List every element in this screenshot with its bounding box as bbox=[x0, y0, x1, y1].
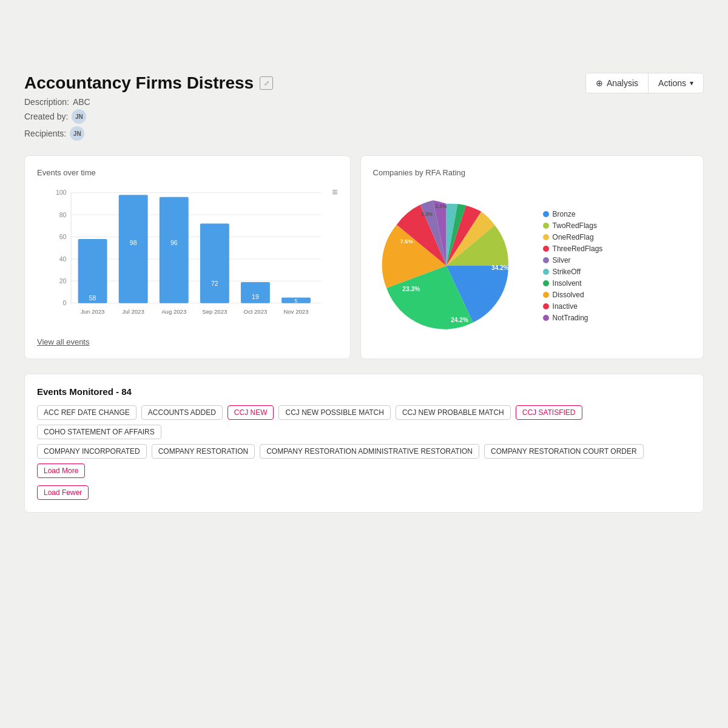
tag-company-restoration-admin[interactable]: COMPANY RESTORATION ADMINISTRATIVE RESTO… bbox=[260, 444, 479, 459]
svg-text:96: 96 bbox=[170, 239, 178, 246]
bar-chart-svg: 100 80 60 40 20 0 bbox=[37, 187, 338, 326]
bar-jun bbox=[78, 239, 107, 303]
svg-text:Aug 2023: Aug 2023 bbox=[161, 308, 186, 315]
svg-text:24.2%: 24.2% bbox=[451, 317, 468, 323]
legend-silver: Silver bbox=[543, 256, 603, 265]
svg-text:20: 20 bbox=[59, 277, 67, 285]
pie-chart-title: Companies by RFA Rating bbox=[373, 168, 691, 177]
events-tags-row-2: COMPANY INCORPORATED COMPANY RESTORATION… bbox=[37, 444, 691, 478]
svg-text:Oct 2023: Oct 2023 bbox=[243, 308, 267, 315]
svg-text:3.3%: 3.3% bbox=[421, 211, 433, 217]
expand-icon[interactable]: ⤢ bbox=[260, 76, 273, 90]
svg-text:100: 100 bbox=[56, 189, 67, 196]
pie-chart-svg: 34.2% 24.2% 23.3% 7.5% 3.3% 3.3% bbox=[373, 187, 531, 345]
tag-acc-ref-date-change[interactable]: ACC REF DATE CHANGE bbox=[37, 405, 136, 420]
svg-text:58: 58 bbox=[89, 294, 96, 302]
tag-ccj-new-probable-match[interactable]: CCJ NEW PROBABLE MATCH bbox=[396, 405, 511, 420]
bar-chart-menu-icon[interactable]: ≡ bbox=[332, 187, 337, 198]
events-monitored-title: Events Monitored - 84 bbox=[37, 386, 691, 397]
svg-text:34.2%: 34.2% bbox=[491, 265, 509, 271]
svg-text:60: 60 bbox=[59, 233, 67, 240]
legend-nottrading: NotTrading bbox=[543, 314, 603, 322]
description-row: Description: ABC bbox=[24, 97, 704, 107]
events-section: Events Monitored - 84 ACC REF DATE CHANG… bbox=[24, 374, 704, 513]
tag-company-restoration-court[interactable]: COMPANY RESTORATION COURT ORDER bbox=[484, 444, 644, 459]
load-fewer-button[interactable]: Load Fewer bbox=[37, 485, 89, 500]
pie-chart-card: Companies by RFA Rating bbox=[360, 155, 704, 359]
legend-threeredflag: ThreeRedFlags bbox=[543, 244, 603, 253]
recipients-avatar: JN bbox=[70, 126, 84, 141]
actions-button[interactable]: Actions ▾ bbox=[649, 73, 703, 93]
svg-text:3.3%: 3.3% bbox=[435, 203, 447, 209]
view-all-events-link[interactable]: View all events bbox=[37, 337, 338, 346]
header-row: Accountancy Firms Distress ⤢ ⊕ Analysis … bbox=[24, 73, 704, 93]
created-by-avatar: JN bbox=[72, 109, 86, 124]
tag-ccj-satisfied[interactable]: CCJ SATISFIED bbox=[516, 405, 582, 420]
charts-row: Events over time ≡ 100 80 60 bbox=[24, 155, 704, 359]
svg-text:Sep 2023: Sep 2023 bbox=[202, 308, 227, 315]
tag-company-incorporated[interactable]: COMPANY INCORPORATED bbox=[37, 444, 147, 459]
analysis-button[interactable]: ⊕ Analysis bbox=[586, 73, 649, 93]
pie-chart-container: 34.2% 24.2% 23.3% 7.5% 3.3% 3.3% Bronze … bbox=[373, 187, 691, 345]
svg-text:0: 0 bbox=[63, 300, 67, 307]
bar-sep bbox=[200, 224, 229, 303]
svg-text:40: 40 bbox=[59, 255, 67, 263]
events-tags-row: ACC REF DATE CHANGE ACCOUNTS ADDED CCJ N… bbox=[37, 405, 691, 439]
tag-company-restoration[interactable]: COMPANY RESTORATION bbox=[152, 444, 255, 459]
svg-text:7.5%: 7.5% bbox=[400, 238, 413, 244]
legend-oneredflag: OneRedFlag bbox=[543, 233, 603, 241]
legend-inactive: Inactive bbox=[543, 302, 603, 311]
tag-coho-statement[interactable]: COHO STATEMENT OF AFFAIRS bbox=[37, 425, 161, 439]
tag-accounts-added[interactable]: ACCOUNTS ADDED bbox=[141, 405, 223, 420]
legend-insolvent: Insolvent bbox=[543, 279, 603, 288]
bar-chart-card: Events over time ≡ 100 80 60 bbox=[24, 155, 351, 359]
chevron-down-icon: ▾ bbox=[690, 79, 693, 87]
recipients-row: Recipients: JN bbox=[24, 126, 704, 141]
svg-text:5: 5 bbox=[295, 298, 298, 304]
tag-ccj-new[interactable]: CCJ NEW bbox=[228, 405, 274, 420]
bar-chart-title: Events over time bbox=[37, 168, 338, 177]
svg-text:Jul 2023: Jul 2023 bbox=[123, 308, 144, 315]
legend-dissolved: Dissolved bbox=[543, 291, 603, 299]
svg-text:72: 72 bbox=[211, 280, 218, 287]
legend-tworedflag: TwoRedFlags bbox=[543, 221, 603, 230]
pie-legend: Bronze TwoRedFlags OneRedFlag ThreeRedFl… bbox=[543, 210, 603, 322]
page-wrapper: Accountancy Firms Distress ⤢ ⊕ Analysis … bbox=[24, 73, 704, 513]
legend-strikeoff: StrikeOff bbox=[543, 268, 603, 276]
svg-text:19: 19 bbox=[252, 293, 259, 300]
header-actions: ⊕ Analysis Actions ▾ bbox=[585, 73, 704, 93]
svg-text:98: 98 bbox=[130, 239, 137, 246]
title-area: Accountancy Firms Distress ⤢ bbox=[24, 73, 273, 93]
legend-bronze: Bronze bbox=[543, 210, 603, 218]
load-more-button[interactable]: Load More bbox=[37, 463, 85, 478]
bar-chart-area: ≡ 100 80 60 40 bbox=[37, 187, 338, 332]
svg-text:23.3%: 23.3% bbox=[402, 286, 420, 292]
bar-jul bbox=[119, 195, 148, 303]
analysis-icon: ⊕ bbox=[596, 78, 603, 88]
svg-text:Nov 2023: Nov 2023 bbox=[283, 308, 308, 315]
page-title: Accountancy Firms Distress bbox=[24, 73, 254, 93]
created-by-row: Created by: JN bbox=[24, 109, 704, 124]
tag-ccj-new-possible-match[interactable]: CCJ NEW POSSIBLE MATCH bbox=[278, 405, 390, 420]
svg-text:Jun 2023: Jun 2023 bbox=[81, 308, 104, 315]
svg-text:80: 80 bbox=[59, 211, 67, 218]
bar-aug bbox=[160, 197, 189, 303]
